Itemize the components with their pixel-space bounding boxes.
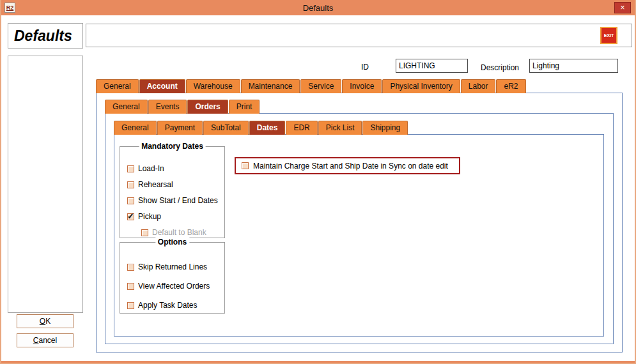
checkbox-row-skip-returned[interactable]: Skip Returned Lines (127, 262, 224, 271)
tab-orders-edr[interactable]: EDR (286, 121, 317, 135)
tab-account-orders[interactable]: Orders (187, 100, 228, 114)
window-frame-bottom (1, 361, 635, 363)
window-title: Defaults (303, 3, 334, 13)
tab-account-general[interactable]: General (105, 100, 148, 114)
checkbox-row-view-affected[interactable]: View Affected Orders (127, 282, 224, 291)
tab-warehouse[interactable]: Warehouse (186, 79, 240, 93)
options-group: Options Skip Returned Lines View Affecte… (120, 242, 225, 314)
toolbar: EXIT (86, 24, 632, 47)
load-in-label: Load-In (138, 164, 164, 173)
sync-label: Maintain Charge Start and Ship Date in S… (253, 162, 448, 171)
mandatory-dates-title: Mandatory Dates (139, 142, 206, 151)
tab-labor[interactable]: Labor (461, 79, 496, 93)
tab-account-events[interactable]: Events (148, 100, 187, 114)
apply-task-dates-checkbox[interactable] (127, 302, 134, 309)
rehearsal-checkbox[interactable] (127, 181, 134, 188)
sync-checkbox[interactable] (242, 162, 249, 169)
titlebar: R2 Defaults × (1, 0, 635, 15)
checkbox-row-apply-task-dates[interactable]: Apply Task Dates (127, 301, 224, 310)
exit-button[interactable]: EXIT (600, 27, 617, 44)
defaults-window: R2 Defaults × Defaults OK Cancel EXIT ID… (0, 0, 636, 364)
cancel-button[interactable]: Cancel (17, 333, 74, 347)
options-title: Options (155, 238, 189, 246)
tab-account[interactable]: Account (139, 79, 185, 93)
description-label: Description (481, 63, 519, 72)
ok-button[interactable]: OK (17, 314, 74, 328)
pickup-label: Pickup (138, 212, 161, 221)
tab-orders-payment[interactable]: Payment (157, 121, 203, 135)
apply-task-dates-label: Apply Task Dates (138, 301, 198, 310)
load-in-checkbox[interactable] (127, 165, 134, 172)
tab-general[interactable]: General (96, 79, 139, 93)
description-input[interactable] (529, 59, 618, 73)
tab-er2[interactable]: eR2 (496, 79, 525, 93)
show-dates-checkbox[interactable] (127, 197, 134, 204)
page-title: Defaults (8, 23, 83, 49)
skip-returned-label: Skip Returned Lines (138, 262, 207, 271)
tab-account-print[interactable]: Print (229, 100, 260, 114)
tab-orders-subtotal[interactable]: SubTotal (203, 121, 249, 135)
rehearsal-label: Rehearsal (138, 180, 173, 189)
checkbox-row-show-dates[interactable]: Show Start / End Dates (127, 196, 224, 205)
left-panel (8, 56, 83, 313)
checkbox-row-rehearsal[interactable]: Rehearsal (127, 180, 224, 189)
id-label: ID (361, 63, 369, 72)
main-tab-bar: General Account Warehouse Maintenance Se… (96, 79, 527, 93)
mandatory-dates-group: Mandatory Dates Load-In Rehearsal Show S… (120, 146, 225, 238)
default-to-blank-label: Default to Blank (152, 228, 206, 237)
pickup-checkbox[interactable] (127, 213, 134, 220)
close-icon[interactable]: × (614, 2, 631, 13)
app-icon: R2 (4, 3, 15, 13)
tab-maintenance[interactable]: Maintenance (241, 79, 300, 93)
id-input[interactable] (396, 59, 468, 73)
sync-option-row[interactable]: Maintain Charge Start and Ship Date in S… (235, 157, 460, 174)
tab-orders-shipping[interactable]: Shipping (362, 121, 408, 135)
default-to-blank-checkbox[interactable] (141, 229, 148, 236)
orders-sub-tab-bar: General Payment SubTotal Dates EDR Pick … (114, 121, 408, 135)
checkbox-row-pickup[interactable]: Pickup (127, 212, 224, 221)
account-sub-tab-bar: General Events Orders Print (105, 100, 260, 114)
tab-invoice[interactable]: Invoice (342, 79, 382, 93)
tab-orders-pick-list[interactable]: Pick List (318, 121, 362, 135)
checkbox-row-default-to-blank[interactable]: Default to Blank (141, 228, 224, 237)
tab-orders-general[interactable]: General (114, 121, 157, 135)
checkbox-row-load-in[interactable]: Load-In (127, 164, 224, 173)
show-dates-label: Show Start / End Dates (138, 196, 218, 205)
tab-orders-dates[interactable]: Dates (249, 121, 286, 135)
view-affected-checkbox[interactable] (127, 283, 134, 290)
tab-physical-inventory[interactable]: Physical Inventory (382, 79, 460, 93)
skip-returned-checkbox[interactable] (127, 264, 134, 271)
view-affected-label: View Affected Orders (138, 282, 210, 291)
tab-service[interactable]: Service (300, 79, 341, 93)
